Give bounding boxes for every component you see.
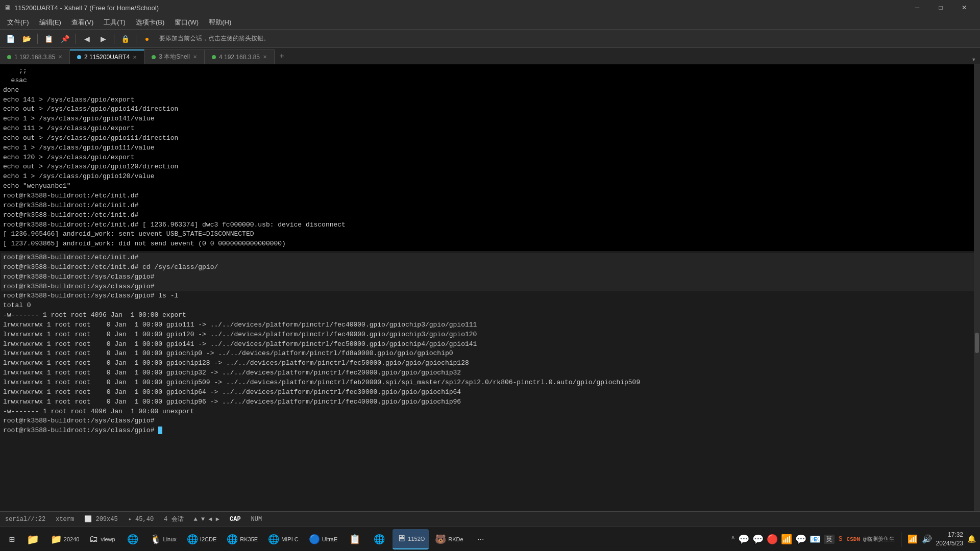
taskbar-app-mipic[interactable]: 🌐 MIPI C (264, 529, 303, 549)
terminal-container: ;; esacdoneecho 141 > /sys/class/gpio/ex… (0, 64, 980, 511)
tab-4-indicator (212, 55, 216, 59)
tab-3[interactable]: 3 本地Shell ✕ (144, 49, 205, 64)
open-button[interactable]: 📂 (19, 32, 34, 45)
taskbar-app-more[interactable]: ··· (470, 529, 492, 549)
start-icon: ⊞ (9, 534, 15, 545)
back-button[interactable]: ◀ (80, 32, 94, 45)
taskbar-app-red-globe[interactable]: 🌐 (368, 529, 390, 549)
tray-wechat3[interactable]: 💬 (795, 534, 806, 545)
taskbar-app-20240[interactable]: 📁 20240 (46, 529, 84, 549)
terminal-main[interactable]: ;; esacdoneecho 141 > /sys/class/gpio/ex… (0, 64, 974, 511)
terminal-line: root@rk3588-buildroot:/sys/class/gpio# (1, 426, 974, 436)
tray-expand[interactable]: ^ (731, 536, 735, 543)
taskbar-app-i2cde[interactable]: 🌐 I2CDE (183, 529, 220, 549)
maximize-button[interactable]: □ (929, 0, 952, 15)
close-button[interactable]: ✕ (952, 0, 976, 15)
tab-2-indicator (77, 55, 81, 59)
scrollbar-thumb[interactable] (975, 333, 979, 353)
tray-notification[interactable]: 🔔 (967, 535, 976, 543)
taskbar-app-viewp[interactable]: 🗂 viewp (85, 529, 119, 549)
terminal-line: root@rk3588-buildroot:/etc/init.d# cd /s… (1, 263, 974, 272)
tab-4-close[interactable]: ✕ (263, 54, 267, 60)
viewp-icon: 🗂 (89, 534, 99, 544)
copy-button[interactable]: 📋 (41, 32, 56, 45)
tray-network[interactable]: 📶 (908, 534, 918, 544)
tray-app1[interactable]: 🔴 (767, 534, 778, 545)
add-session-button[interactable]: ● (140, 32, 154, 45)
tab-2[interactable]: 2 115200UART4 ✕ (70, 49, 144, 64)
app-icon: 🖥 (4, 4, 11, 12)
menu-view[interactable]: 查看(V) (66, 16, 99, 29)
tray-bluetooth[interactable]: 📶 (781, 534, 792, 545)
tab-2-label: 2 115200UART4 (84, 54, 130, 61)
taskbar-app-rkde[interactable]: 🐻 RKDe (431, 529, 467, 549)
tab-2-close[interactable]: ✕ (133, 55, 137, 60)
app-i2cde-label: I2CDE (200, 536, 216, 542)
terminal-line: root@rk3588-buildroot:/sys/class/gpio# (1, 282, 974, 292)
taskbar-right: ^ 💬 💬 🔴 📶 💬 📧 英 S CSDN @临渊羡鱼生 📶 🔊 17:32 … (731, 531, 976, 548)
new-session-button[interactable]: 📄 (3, 32, 17, 45)
scrollbar-track[interactable] (974, 64, 980, 511)
tray-volume[interactable]: 🔊 (922, 534, 932, 544)
tab-3-indicator (152, 55, 156, 59)
tray-wechat[interactable]: 💬 (738, 534, 749, 545)
taskbar-app-globe[interactable]: 🌐 (121, 529, 144, 549)
status-dimensions: ⬜ 209x45 (84, 515, 117, 523)
red-globe-icon: 🌐 (374, 534, 385, 545)
terminal-line: -w------- 1 root root 4096 Jan 1 00:00 u… (1, 407, 974, 417)
tab-3-close[interactable]: ✕ (193, 54, 197, 60)
toolbar-separator-2 (76, 34, 76, 44)
toolbar-hint: 要添加当前会话，点击左侧的箭头按钮。 (159, 34, 270, 43)
tabs-bar: 1 192.168.3.85 ✕ 2 115200UART4 ✕ 3 本地She… (0, 48, 980, 64)
taskbar-app-ultrae[interactable]: 🔵 UltraE (305, 529, 342, 549)
terminal-cursor (158, 427, 162, 434)
taskbar-app-notes[interactable]: 📋 (344, 529, 366, 549)
rkde-icon: 🐻 (435, 534, 446, 545)
tray-ime[interactable]: S (838, 535, 844, 543)
forward-button[interactable]: ▶ (96, 32, 110, 45)
menu-bar: 文件(F) 编辑(E) 查看(V) 工具(T) 选项卡(B) 窗口(W) 帮助(… (0, 15, 980, 30)
ultrae-icon: 🔵 (309, 534, 320, 545)
start-button[interactable]: ⊞ (4, 529, 20, 549)
clock-area[interactable]: 17:32 2024/5/23 (936, 531, 963, 548)
lock-button[interactable]: 🔒 (118, 32, 132, 45)
tray-mail[interactable]: 📧 (810, 534, 821, 545)
taskbar-app-files[interactable]: 📁 (22, 529, 44, 549)
menu-help[interactable]: 帮助(H) (204, 16, 236, 29)
terminal-line: echo out > /sys/class/gpio/gpio120/direc… (1, 162, 974, 172)
app-20240-label: 20240 (64, 536, 80, 542)
window-controls: ─ □ ✕ (905, 0, 976, 15)
minimize-button[interactable]: ─ (905, 0, 929, 15)
tabs-more-button[interactable]: ▾ (968, 55, 980, 64)
globe-icon: 🌐 (127, 534, 138, 545)
tab-3-label: 3 本地Shell (159, 53, 190, 61)
tab-1[interactable]: 1 192.168.3.85 ✕ (0, 49, 70, 64)
status-serial: serial//:22 (5, 516, 45, 523)
taskbar-sep (901, 532, 901, 547)
terminal-line: echo 111 > /sys/class/gpio/export (1, 124, 974, 134)
add-tab-button[interactable]: + (275, 49, 289, 64)
menu-tools[interactable]: 工具(T) (99, 16, 131, 29)
terminal-line: echo 120 > /sys/class/gpio/export (1, 153, 974, 163)
paste-button[interactable]: 📌 (58, 32, 72, 45)
tray-csdn[interactable]: CSDN (847, 536, 860, 542)
tab-1-close[interactable]: ✕ (58, 54, 62, 60)
taskbar-app-linux[interactable]: 🐧 Linux (146, 529, 181, 549)
menu-window[interactable]: 窗口(W) (169, 16, 204, 29)
terminal-line: lrwxrwxrwx 1 root root 0 Jan 1 00:00 gpi… (1, 388, 974, 397)
terminal-line: echo 1 > /sys/class/gpio/gpio111/value (1, 143, 974, 153)
terminal-line: [ 1237.093865] android_work: did not sen… (1, 239, 974, 249)
taskbar-app-11520[interactable]: 🖥 1152O (393, 529, 429, 549)
terminal-line: echo 1 > /sys/class/gpio/gpio141/value (1, 114, 974, 124)
tray-wechat2[interactable]: 💬 (752, 534, 764, 545)
taskbar-app-rk35e[interactable]: 🌐 RK35E (223, 529, 262, 549)
tab-4[interactable]: 4 192.168.3.85 ✕ (205, 49, 275, 64)
tab-4-label: 4 192.168.3.85 (219, 54, 260, 61)
terminal-icon: 🖥 (397, 533, 406, 544)
tray-tag[interactable]: @临渊羡鱼生 (863, 535, 895, 543)
terminal-line: root@rk3588-buildroot:/etc/init.d# (1, 211, 974, 220)
tray-lang[interactable]: 英 (824, 535, 835, 544)
menu-tabs[interactable]: 选项卡(B) (131, 16, 169, 29)
menu-file[interactable]: 文件(F) (2, 16, 34, 29)
menu-edit[interactable]: 编辑(E) (34, 16, 66, 29)
